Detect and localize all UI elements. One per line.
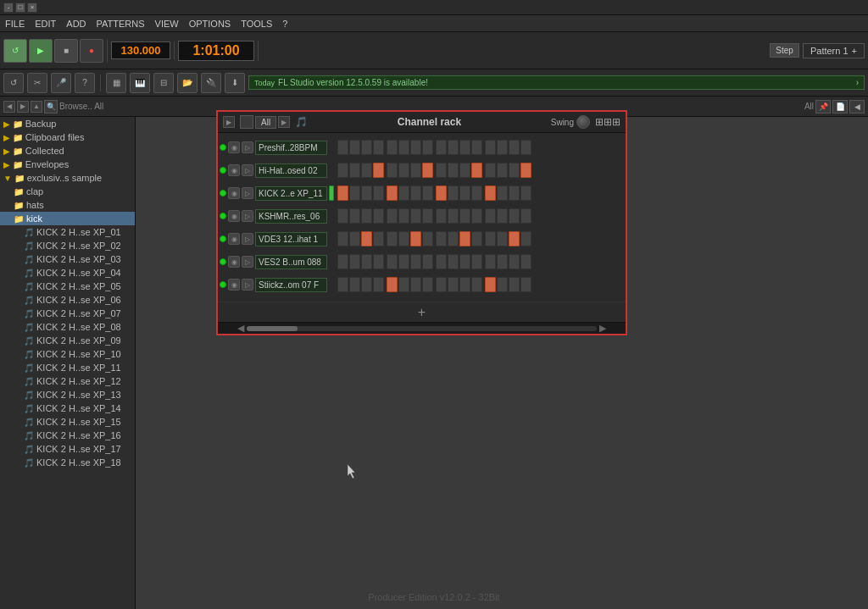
plugin-btn[interactable]: 🔌 [201, 73, 221, 93]
up-btn[interactable]: ▲ [31, 101, 42, 113]
cr-scroll-right[interactable]: ▶ [597, 323, 609, 335]
beat-btn[interactable] [387, 140, 398, 155]
beat-btn[interactable] [436, 163, 447, 178]
minimize-btn[interactable]: - [3, 3, 14, 13]
beat-btn[interactable] [485, 140, 496, 155]
beat-btn[interactable] [520, 140, 531, 155]
beat-btn[interactable] [337, 277, 348, 292]
menu-add[interactable]: ADD [64, 19, 87, 29]
menu-patterns[interactable]: PATTERNS [95, 19, 147, 29]
beat-btn[interactable] [373, 163, 384, 178]
beat-btn[interactable] [471, 254, 482, 269]
beat-btn[interactable] [448, 140, 459, 155]
beat-btn[interactable] [520, 254, 531, 269]
beat-btn[interactable] [436, 140, 447, 155]
beat-btn[interactable] [459, 277, 470, 292]
cr-solo-1[interactable]: ▷ [242, 164, 253, 176]
menu-view[interactable]: VIEW [153, 19, 181, 29]
update-arrow[interactable]: › [856, 78, 859, 87]
piano-btn[interactable]: 🎹 [130, 73, 150, 93]
beat-btn[interactable] [337, 231, 348, 246]
beat-btn[interactable] [410, 185, 421, 201]
cr-channel-name-0[interactable]: Preshif..28BPM [255, 141, 327, 155]
beat-btn[interactable] [361, 231, 372, 246]
beat-btn[interactable] [373, 140, 384, 155]
cr-led-4[interactable] [220, 235, 226, 242]
beat-btn[interactable] [509, 185, 520, 201]
sidebar-item-kick[interactable]: 📁 kick [0, 212, 135, 225]
close-btn[interactable]: × [27, 3, 37, 13]
beat-btn[interactable] [436, 185, 447, 201]
cr-scroll-left[interactable]: ◀ [235, 323, 247, 335]
bpm-display[interactable]: 130.000 [111, 42, 170, 59]
forward-btn[interactable]: ▶ [17, 101, 29, 113]
cr-led-0[interactable] [220, 144, 226, 151]
beat-btn[interactable] [398, 277, 409, 292]
cr-solo-2[interactable]: ▷ [242, 187, 253, 199]
beat-btn[interactable] [471, 163, 482, 178]
help-btn2[interactable]: ? [75, 73, 95, 93]
beat-btn[interactable] [497, 208, 508, 224]
sidebar-item-kick09[interactable]: 🎵 KICK 2 H..se XP_09 [0, 334, 135, 347]
cr-channel-name-1[interactable]: Hi-Hat..osed 02 [255, 163, 327, 178]
sidebar-item-kick02[interactable]: 🎵 KICK 2 H..se XP_02 [0, 239, 135, 252]
cr-solo-0[interactable]: ▷ [242, 141, 253, 153]
beat-btn[interactable] [520, 208, 531, 224]
beat-btn[interactable] [337, 185, 348, 201]
beat-btn[interactable] [448, 254, 459, 269]
beat-btn[interactable] [520, 277, 531, 292]
beat-btn[interactable] [459, 231, 470, 246]
browser-btn[interactable]: 📂 [177, 73, 198, 93]
beat-btn[interactable] [520, 163, 531, 178]
beat-btn[interactable] [471, 277, 482, 292]
beat-btn[interactable] [387, 185, 398, 201]
mixer-btn[interactable]: ⊟ [153, 73, 174, 93]
sidebar-item-kick03[interactable]: 🎵 KICK 2 H..se XP_03 [0, 252, 135, 266]
sidebar-item-clap[interactable]: 📁 clap [0, 185, 135, 198]
sidebar-item-kick06[interactable]: 🎵 KICK 2 H..se XP_06 [0, 293, 135, 307]
beat-btn[interactable] [471, 140, 482, 155]
sidebar-item-kick10[interactable]: 🎵 KICK 2 H..se XP_10 [0, 347, 135, 361]
beat-btn[interactable] [497, 231, 508, 246]
beat-btn[interactable] [410, 231, 421, 246]
beat-btn[interactable] [398, 231, 409, 246]
play-btn[interactable]: ▶ [29, 39, 53, 63]
beat-btn[interactable] [497, 254, 508, 269]
sidebar-item-backup[interactable]: ▶ 📁 Backup [0, 117, 135, 130]
beat-btn[interactable] [361, 140, 372, 155]
beat-btn[interactable] [373, 231, 384, 246]
beat-btn[interactable] [520, 185, 531, 201]
cr-led-2[interactable] [220, 190, 226, 197]
cr-solo-4[interactable]: ▷ [242, 233, 253, 245]
beat-btn[interactable] [349, 231, 360, 246]
beat-btn[interactable] [422, 231, 433, 246]
beat-btn[interactable] [448, 208, 459, 224]
cr-mute-0[interactable]: ◉ [228, 141, 240, 153]
swing-knob[interactable] [576, 115, 590, 129]
menu-help[interactable]: ? [281, 19, 289, 29]
beat-btn[interactable] [509, 277, 520, 292]
beat-btn[interactable] [337, 163, 348, 178]
cr-mute-4[interactable]: ◉ [228, 233, 240, 245]
pin-btn[interactable]: 📌 [815, 100, 831, 113]
beat-btn[interactable] [471, 208, 482, 224]
beat-btn[interactable] [337, 254, 348, 269]
beat-btn[interactable] [361, 277, 372, 292]
beat-btn[interactable] [497, 163, 508, 178]
close-panel-btn[interactable]: ◀ [849, 100, 865, 113]
sidebar-item-kick18[interactable]: 🎵 KICK 2 H..se XP_18 [0, 456, 135, 469]
cr-scrollbar[interactable]: ◀ ▶ [218, 322, 626, 334]
beat-btn[interactable] [459, 185, 470, 201]
cr-channel-name-2[interactable]: KICK 2..e XP_11 [255, 186, 327, 201]
cr-led-1[interactable] [220, 167, 226, 174]
beat-btn[interactable] [459, 140, 470, 155]
cr-collapse-btn[interactable]: ▶ [223, 116, 235, 128]
beat-btn[interactable] [410, 163, 421, 178]
cr-solo-6[interactable]: ▷ [242, 279, 253, 291]
sidebar-item-kick14[interactable]: 🎵 KICK 2 H..se XP_14 [0, 401, 135, 415]
sidebar-item-kick13[interactable]: 🎵 KICK 2 H..se XP_13 [0, 388, 135, 401]
beat-btn[interactable] [361, 254, 372, 269]
maximize-btn[interactable]: □ [15, 3, 25, 13]
menu-options[interactable]: OPTIONS [187, 19, 233, 29]
sidebar-item-envelopes[interactable]: ▶ 📁 Envelopes [0, 158, 135, 171]
